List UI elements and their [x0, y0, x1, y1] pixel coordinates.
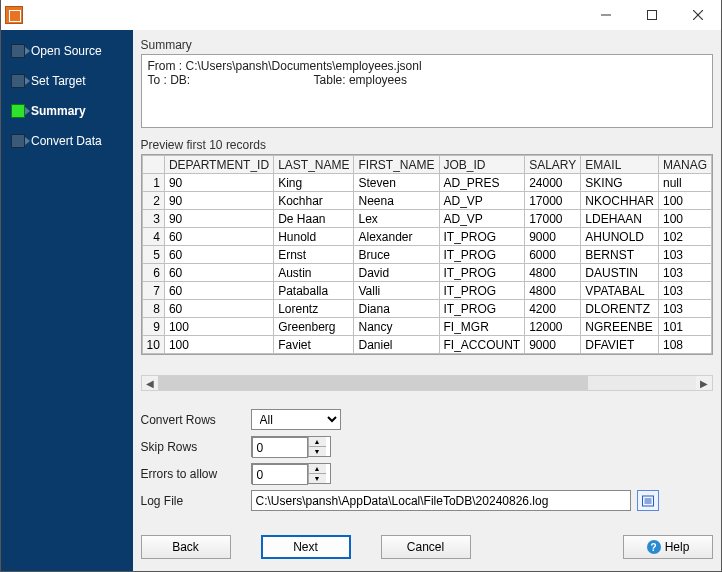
cell[interactable]: Neena — [354, 192, 439, 210]
cell[interactable]: 4800 — [525, 282, 581, 300]
maximize-button[interactable] — [629, 0, 675, 30]
cell[interactable]: Kochhar — [274, 192, 354, 210]
table-row[interactable]: 860LorentzDianaIT_PROG4200DLORENTZ103 — [142, 300, 711, 318]
cell[interactable]: 100 — [164, 336, 273, 354]
cell[interactable]: 100 — [164, 318, 273, 336]
preview-grid[interactable]: DEPARTMENT_IDLAST_NAMEFIRST_NAMEJOB_IDSA… — [141, 154, 713, 355]
cell[interactable]: 60 — [164, 282, 273, 300]
skip-rows-down[interactable]: ▼ — [309, 447, 326, 456]
skip-rows-up[interactable]: ▲ — [309, 437, 326, 447]
scroll-left-icon[interactable]: ◀ — [142, 376, 158, 390]
cell[interactable]: 90 — [164, 192, 273, 210]
column-header[interactable]: JOB_ID — [439, 156, 525, 174]
table-row[interactable]: 290KochharNeenaAD_VP17000NKOCHHAR100 — [142, 192, 711, 210]
cell[interactable]: DFAVIET — [581, 336, 659, 354]
minimize-button[interactable] — [583, 0, 629, 30]
cell[interactable]: 60 — [164, 300, 273, 318]
cell[interactable]: De Haan — [274, 210, 354, 228]
column-header[interactable]: MANAG — [658, 156, 711, 174]
cell[interactable]: Lorentz — [274, 300, 354, 318]
table-row[interactable]: 190KingStevenAD_PRES24000SKINGnull — [142, 174, 711, 192]
cell[interactable]: 9000 — [525, 336, 581, 354]
cell[interactable]: Nancy — [354, 318, 439, 336]
errors-allow-stepper[interactable]: ▲ ▼ — [251, 463, 331, 484]
cell[interactable]: IT_PROG — [439, 300, 525, 318]
wizard-step-summary[interactable]: Summary — [1, 100, 133, 122]
cell[interactable]: 17000 — [525, 192, 581, 210]
cell[interactable]: 90 — [164, 174, 273, 192]
cell[interactable]: FI_ACCOUNT — [439, 336, 525, 354]
cell[interactable]: Pataballa — [274, 282, 354, 300]
table-row[interactable]: 10100FavietDanielFI_ACCOUNT9000DFAVIET10… — [142, 336, 711, 354]
cell[interactable]: DLORENTZ — [581, 300, 659, 318]
cell[interactable]: 100 — [658, 192, 711, 210]
table-row[interactable]: 660AustinDavidIT_PROG4800DAUSTIN103 — [142, 264, 711, 282]
log-file-input[interactable] — [251, 490, 631, 511]
cell[interactable]: 100 — [658, 210, 711, 228]
horizontal-scrollbar[interactable]: ◀ ▶ — [141, 375, 713, 391]
help-button[interactable]: ? Help — [623, 535, 713, 559]
cell[interactable]: AD_PRES — [439, 174, 525, 192]
cell[interactable]: IT_PROG — [439, 282, 525, 300]
cell[interactable]: 103 — [658, 300, 711, 318]
cell[interactable]: 102 — [658, 228, 711, 246]
cell[interactable]: Faviet — [274, 336, 354, 354]
cell[interactable]: FI_MGR — [439, 318, 525, 336]
cell[interactable]: null — [658, 174, 711, 192]
cell[interactable]: Hunold — [274, 228, 354, 246]
scroll-right-icon[interactable]: ▶ — [696, 376, 712, 390]
table-row[interactable]: 760PataballaValliIT_PROG4800VPATABAL103 — [142, 282, 711, 300]
cell[interactable]: 12000 — [525, 318, 581, 336]
cell[interactable]: Daniel — [354, 336, 439, 354]
cell[interactable]: 9000 — [525, 228, 581, 246]
cell[interactable]: NKOCHHAR — [581, 192, 659, 210]
cancel-button[interactable]: Cancel — [381, 535, 471, 559]
cell[interactable]: 103 — [658, 282, 711, 300]
table-row[interactable]: 390De HaanLexAD_VP17000LDEHAAN100 — [142, 210, 711, 228]
cell[interactable]: 108 — [658, 336, 711, 354]
cell[interactable]: 6000 — [525, 246, 581, 264]
cell[interactable]: DAUSTIN — [581, 264, 659, 282]
skip-rows-stepper[interactable]: ▲ ▼ — [251, 436, 331, 457]
column-header[interactable]: EMAIL — [581, 156, 659, 174]
cell[interactable]: 60 — [164, 264, 273, 282]
cell[interactable]: 4200 — [525, 300, 581, 318]
cell[interactable]: Lex — [354, 210, 439, 228]
cell[interactable]: King — [274, 174, 354, 192]
column-header[interactable]: FIRST_NAME — [354, 156, 439, 174]
cell[interactable]: Greenberg — [274, 318, 354, 336]
browse-log-button[interactable] — [637, 490, 659, 511]
column-header[interactable]: SALARY — [525, 156, 581, 174]
table-row[interactable]: 460HunoldAlexanderIT_PROG9000AHUNOLD102 — [142, 228, 711, 246]
back-button[interactable]: Back — [141, 535, 231, 559]
cell[interactable]: SKING — [581, 174, 659, 192]
errors-allow-down[interactable]: ▼ — [309, 474, 326, 483]
cell[interactable]: LDEHAAN — [581, 210, 659, 228]
cell[interactable]: Austin — [274, 264, 354, 282]
column-header[interactable]: DEPARTMENT_ID — [164, 156, 273, 174]
cell[interactable]: David — [354, 264, 439, 282]
cell[interactable]: IT_PROG — [439, 228, 525, 246]
wizard-step-set-target[interactable]: Set Target — [1, 70, 133, 92]
cell[interactable]: Steven — [354, 174, 439, 192]
column-header[interactable]: LAST_NAME — [274, 156, 354, 174]
cell[interactable]: 17000 — [525, 210, 581, 228]
cell[interactable]: AHUNOLD — [581, 228, 659, 246]
cell[interactable]: Bruce — [354, 246, 439, 264]
table-row[interactable]: 9100GreenbergNancyFI_MGR12000NGREENBE101 — [142, 318, 711, 336]
errors-allow-up[interactable]: ▲ — [309, 464, 326, 474]
cell[interactable]: AD_VP — [439, 210, 525, 228]
cell[interactable]: 103 — [658, 246, 711, 264]
cell[interactable]: 60 — [164, 246, 273, 264]
next-button[interactable]: Next — [261, 535, 351, 559]
wizard-step-convert-data[interactable]: Convert Data — [1, 130, 133, 152]
cell[interactable]: Valli — [354, 282, 439, 300]
cell[interactable]: Ernst — [274, 246, 354, 264]
convert-rows-select[interactable]: All — [251, 409, 341, 430]
cell[interactable]: BERNST — [581, 246, 659, 264]
cell[interactable]: 60 — [164, 228, 273, 246]
cell[interactable]: IT_PROG — [439, 264, 525, 282]
cell[interactable]: 90 — [164, 210, 273, 228]
table-row[interactable]: 560ErnstBruceIT_PROG6000BERNST103 — [142, 246, 711, 264]
cell[interactable]: 4800 — [525, 264, 581, 282]
